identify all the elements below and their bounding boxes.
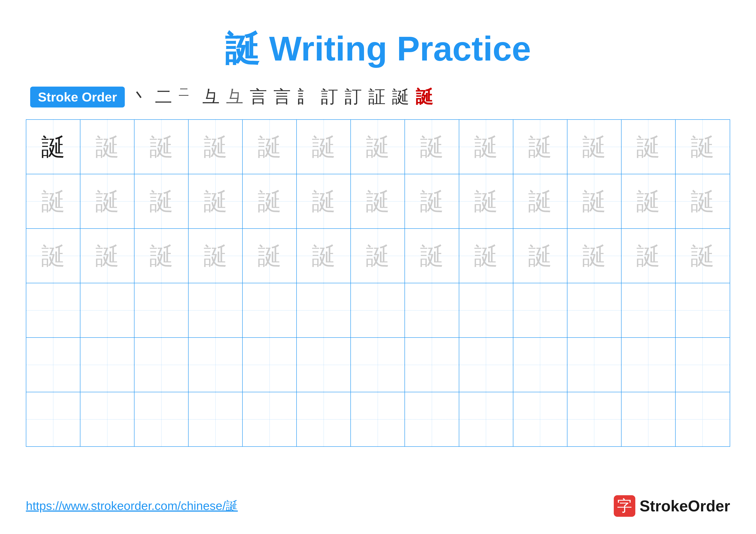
grid-cell-4-2[interactable] [80, 283, 134, 337]
grid-cell-3-4[interactable]: 誕 [189, 229, 243, 283]
grid-cell-6-3[interactable] [134, 392, 189, 446]
grid-cell-2-10[interactable]: 誕 [513, 174, 567, 228]
grid-cell-5-3[interactable] [134, 338, 189, 392]
grid-cell-5-2[interactable] [80, 338, 134, 392]
grid-cell-4-8[interactable] [405, 283, 459, 337]
grid-cell-5-11[interactable] [567, 338, 622, 392]
grid-cell-3-11[interactable]: 誕 [567, 229, 622, 283]
grid-cell-1-8[interactable]: 誕 [405, 120, 459, 174]
grid-cell-3-12[interactable]: 誕 [622, 229, 676, 283]
page-title: 誕 Writing Practice [225, 29, 531, 68]
grid-cell-4-7[interactable] [351, 283, 405, 337]
grid-cell-6-2[interactable] [80, 392, 134, 446]
grid-cell-4-6[interactable] [297, 283, 351, 337]
stroke-step-1: 丶 [131, 85, 148, 109]
grid-cell-6-12[interactable] [622, 392, 676, 446]
grid-cell-3-13[interactable]: 誕 [676, 229, 730, 283]
grid-cell-2-4[interactable]: 誕 [189, 174, 243, 228]
grid-cell-6-7[interactable] [351, 392, 405, 446]
grid-cell-6-5[interactable] [243, 392, 297, 446]
stroke-step-8: 訁 [297, 85, 314, 109]
grid-cell-6-6[interactable] [297, 392, 351, 446]
grid-cell-5-5[interactable] [243, 338, 297, 392]
grid-cell-5-9[interactable] [459, 338, 513, 392]
grid-cell-2-7[interactable]: 誕 [351, 174, 405, 228]
grid-cell-4-9[interactable] [459, 283, 513, 337]
stroke-step-13: 誕 [416, 85, 433, 109]
grid-cell-2-1[interactable]: 誕 [26, 174, 80, 228]
title-area: 誕 Writing Practice [26, 26, 730, 72]
grid-cell-1-9[interactable]: 誕 [459, 120, 513, 174]
grid-cell-3-7[interactable]: 誕 [351, 229, 405, 283]
grid-row-3: 誕 誕 誕 誕 誕 誕 誕 誕 誕 誕 誕 誕 誕 [26, 229, 730, 283]
stroke-step-7: 言 [274, 85, 291, 109]
grid-cell-1-4[interactable]: 誕 [189, 120, 243, 174]
grid-cell-4-11[interactable] [567, 283, 622, 337]
grid-cell-3-10[interactable]: 誕 [513, 229, 567, 283]
stroke-step-10: 訂 [345, 85, 362, 109]
grid-cell-6-10[interactable] [513, 392, 567, 446]
grid-cell-6-9[interactable] [459, 392, 513, 446]
grid-cell-6-13[interactable] [676, 392, 730, 446]
grid-cell-5-12[interactable] [622, 338, 676, 392]
grid-cell-3-8[interactable]: 誕 [405, 229, 459, 283]
grid-cell-1-11[interactable]: 誕 [567, 120, 622, 174]
stroke-step-2: 二 [155, 85, 172, 109]
practice-grid: 誕 誕 誕 誕 誕 誕 誕 誕 誕 誕 誕 誕 誕 誕 誕 誕 誕 誕 誕 誕 … [26, 119, 730, 447]
grid-cell-2-6[interactable]: 誕 [297, 174, 351, 228]
grid-cell-4-3[interactable] [134, 283, 189, 337]
grid-cell-1-6[interactable]: 誕 [297, 120, 351, 174]
grid-row-5 [26, 338, 730, 392]
stroke-step-4: 彑 [202, 85, 220, 109]
grid-cell-5-7[interactable] [351, 338, 405, 392]
grid-cell-3-9[interactable]: 誕 [459, 229, 513, 283]
logo-text: StrokeOrder [640, 497, 730, 515]
grid-cell-2-3[interactable]: 誕 [134, 174, 189, 228]
stroke-step-11: 証 [368, 85, 386, 109]
grid-cell-5-13[interactable] [676, 338, 730, 392]
grid-cell-2-2[interactable]: 誕 [80, 174, 134, 228]
grid-cell-6-11[interactable] [567, 392, 622, 446]
grid-cell-2-13[interactable]: 誕 [676, 174, 730, 228]
grid-cell-5-8[interactable] [405, 338, 459, 392]
grid-cell-4-4[interactable] [189, 283, 243, 337]
footer: https://www.strokeorder.com/chinese/誕 字 … [26, 495, 730, 517]
grid-cell-3-5[interactable]: 誕 [243, 229, 297, 283]
grid-cell-1-3[interactable]: 誕 [134, 120, 189, 174]
grid-cell-5-10[interactable] [513, 338, 567, 392]
grid-cell-1-1[interactable]: 誕 [26, 120, 80, 174]
grid-cell-2-9[interactable]: 誕 [459, 174, 513, 228]
page: 誕 Writing Practice Stroke Order 丶 二 ㆓ 彑 … [0, 0, 756, 534]
grid-cell-4-12[interactable] [622, 283, 676, 337]
strokeorder-logo-icon: 字 [614, 495, 635, 517]
grid-cell-2-12[interactable]: 誕 [622, 174, 676, 228]
char-dark: 誕 [41, 135, 65, 159]
grid-cell-1-12[interactable]: 誕 [622, 120, 676, 174]
grid-cell-5-6[interactable] [297, 338, 351, 392]
grid-cell-4-13[interactable] [676, 283, 730, 337]
grid-cell-2-8[interactable]: 誕 [405, 174, 459, 228]
grid-cell-1-7[interactable]: 誕 [351, 120, 405, 174]
grid-cell-5-4[interactable] [189, 338, 243, 392]
grid-cell-1-10[interactable]: 誕 [513, 120, 567, 174]
grid-cell-3-3[interactable]: 誕 [134, 229, 189, 283]
grid-cell-6-8[interactable] [405, 392, 459, 446]
grid-cell-6-1[interactable] [26, 392, 80, 446]
grid-cell-1-2[interactable]: 誕 [80, 120, 134, 174]
footer-url[interactable]: https://www.strokeorder.com/chinese/誕 [26, 498, 238, 514]
grid-cell-3-1[interactable]: 誕 [26, 229, 80, 283]
grid-cell-4-10[interactable] [513, 283, 567, 337]
stroke-step-3: ㆓ [179, 85, 196, 109]
grid-cell-4-1[interactable] [26, 283, 80, 337]
grid-cell-6-4[interactable] [189, 392, 243, 446]
grid-cell-1-13[interactable]: 誕 [676, 120, 730, 174]
grid-cell-2-5[interactable]: 誕 [243, 174, 297, 228]
grid-cell-3-2[interactable]: 誕 [80, 229, 134, 283]
grid-cell-1-5[interactable]: 誕 [243, 120, 297, 174]
grid-cell-2-11[interactable]: 誕 [567, 174, 622, 228]
grid-cell-3-6[interactable]: 誕 [297, 229, 351, 283]
grid-row-1: 誕 誕 誕 誕 誕 誕 誕 誕 誕 誕 誕 誕 誕 [26, 120, 730, 174]
grid-row-4 [26, 283, 730, 338]
grid-cell-5-1[interactable] [26, 338, 80, 392]
grid-cell-4-5[interactable] [243, 283, 297, 337]
